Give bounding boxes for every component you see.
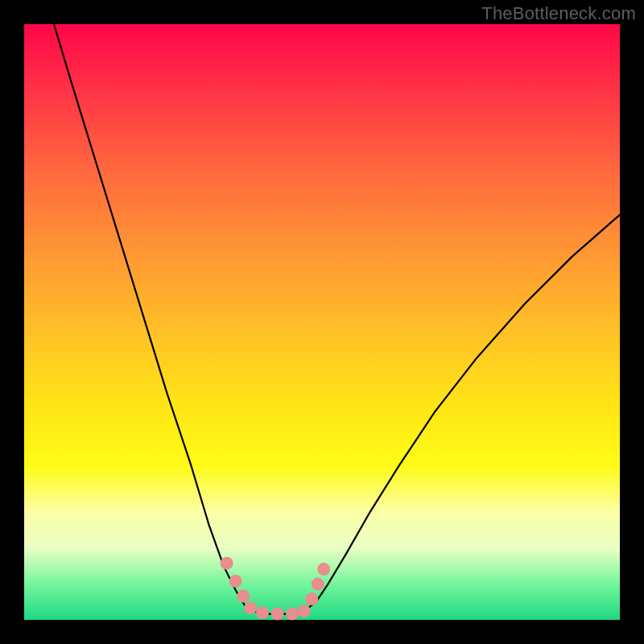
watermark-text: TheBottleneck.com [481,3,636,24]
plot-area [24,24,620,620]
marker-dot [244,601,257,614]
pink-markers [221,557,331,621]
marker-dot [305,592,318,605]
marker-dot [221,557,233,570]
marker-dot [271,608,284,621]
chart-stage: TheBottleneck.com [0,0,644,644]
marker-dot [312,578,324,591]
marker-dot [317,563,330,576]
left-branch-line [54,24,250,611]
marker-dot [286,608,299,621]
right-branch-line [304,215,620,611]
marker-dot [237,589,250,602]
curve-layer [24,24,620,620]
marker-dot [229,575,242,588]
marker-dot [256,606,269,619]
marker-dot [298,605,311,617]
